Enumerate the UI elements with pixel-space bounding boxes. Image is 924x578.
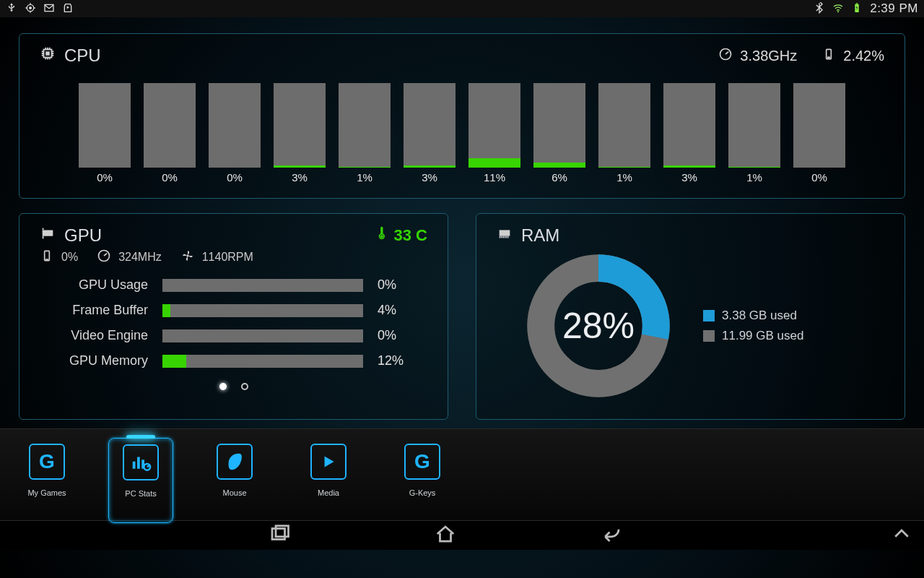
cpu-core-bar: 3%	[663, 83, 715, 184]
bluetooth-icon	[814, 2, 825, 16]
ram-used-label: 3.38 GB used	[722, 309, 797, 323]
nav-label: My Games	[27, 488, 66, 497]
svg-rect-26	[272, 529, 285, 540]
nav-label: Media	[318, 488, 339, 497]
thermometer-icon	[374, 226, 388, 245]
ram-total-label: 11.99 GB used	[722, 329, 803, 343]
svg-rect-22	[133, 462, 136, 469]
gpu-metric-row: Frame Buffer4%	[40, 303, 427, 318]
gpu-metric-row: Video Engine0%	[40, 328, 427, 343]
svg-point-13	[380, 235, 383, 238]
nav-icon	[217, 444, 253, 480]
nav-label: Mouse	[222, 488, 246, 497]
expand-icon[interactable]	[891, 523, 912, 548]
svg-rect-12	[43, 228, 44, 230]
cpu-title: CPU	[64, 46, 101, 66]
legend-swatch-used	[703, 310, 715, 322]
svg-rect-4	[856, 3, 858, 4]
svg-point-17	[186, 254, 188, 256]
cpu-load-value: 2.42%	[843, 48, 884, 64]
load-icon	[40, 249, 54, 266]
cpu-core-bars: 0%0%0%3%1%3%11%6%1%3%1%0%	[40, 83, 884, 184]
cpu-core-bar: 3%	[404, 83, 456, 184]
gpu-clock-value: 324MHz	[118, 251, 162, 264]
ram-title: RAM	[521, 225, 559, 246]
svg-rect-9	[827, 56, 830, 59]
nav-item-g-keys[interactable]: GG-Keys	[390, 444, 455, 497]
cpu-core-bar: 6%	[533, 83, 585, 184]
ram-legend: 3.38 GB used 11.99 GB used	[703, 309, 803, 343]
gpu-panel: GPU 33 C 0% 324MHz 1140RPM GPU Usage0%Fr…	[19, 213, 448, 420]
legend-swatch-total	[703, 330, 715, 342]
nav-item-pc-stats[interactable]: PC Stats	[108, 438, 173, 523]
usb-icon	[6, 2, 17, 16]
gpu-metric-row: GPU Usage0%	[40, 277, 427, 293]
svg-point-0	[29, 7, 32, 9]
gpu-title: GPU	[64, 225, 102, 246]
ram-percent-label: 28%	[523, 250, 674, 402]
main-stage: CPU 3.38GHz 2.42% 0%0%0%3%1%3%11%6%1%3%1…	[0, 17, 924, 423]
gpu-fan-value: 1140RPM	[202, 251, 253, 264]
svg-rect-23	[137, 457, 140, 469]
cpu-panel: CPU 3.38GHz 2.42% 0%0%0%3%1%3%11%6%1%3%1…	[19, 33, 905, 199]
nav-icon: G	[404, 444, 440, 480]
cpu-core-bar: 0%	[209, 83, 261, 184]
gps-icon	[25, 2, 36, 16]
svg-rect-27	[276, 526, 289, 537]
battery-icon	[851, 2, 863, 16]
nav-label: PC Stats	[125, 489, 156, 498]
ram-icon	[497, 225, 513, 246]
svg-rect-15	[45, 259, 48, 260]
back-button[interactable]	[601, 523, 622, 548]
svg-rect-18	[500, 230, 510, 236]
cpu-core-bar: 11%	[468, 83, 520, 184]
gpu-icon	[40, 225, 56, 246]
gpu-metric-row: GPU Memory12%	[40, 353, 427, 368]
recent-apps-button[interactable]	[269, 523, 290, 548]
cpu-core-bar: 1%	[728, 83, 780, 184]
cpu-core-bar: 0%	[79, 83, 131, 184]
svg-rect-10	[43, 230, 53, 236]
home-button[interactable]	[435, 523, 456, 548]
android-status-bar: 2:39 PM	[0, 0, 924, 17]
page-dot-1[interactable]	[219, 383, 227, 390]
wifi-icon	[832, 2, 844, 16]
gauge-icon	[718, 47, 733, 65]
nav-icon: G	[29, 444, 65, 480]
clock-time: 2:39 PM	[870, 1, 918, 16]
mail-icon	[43, 2, 55, 16]
nav-item-media[interactable]: Media	[296, 444, 361, 497]
page-indicator[interactable]	[40, 383, 427, 390]
cpu-load: 2.42%	[821, 47, 884, 65]
store-icon	[62, 2, 74, 16]
android-nav-bar	[0, 521, 924, 550]
nav-item-my-games[interactable]: GMy Games	[14, 444, 79, 497]
nav-item-mouse[interactable]: Mouse	[202, 444, 267, 497]
gpu-metric-bars: GPU Usage0%Frame Buffer4%Video Engine0%G…	[40, 277, 427, 368]
cpu-core-bar: 3%	[274, 83, 326, 184]
cpu-core-bar: 0%	[793, 83, 845, 184]
svg-rect-6	[45, 51, 50, 56]
ram-donut-chart: 28%	[523, 250, 674, 402]
nav-icon	[123, 444, 159, 480]
cpu-core-bar: 1%	[339, 83, 391, 184]
ram-panel: RAM 28% 3.38 GB used 11.99 GB used	[476, 213, 905, 420]
fan-icon	[180, 249, 195, 266]
cpu-core-bar: 1%	[598, 83, 650, 184]
bottom-nav: GMy GamesPC StatsMouseMediaGG-Keys	[0, 428, 924, 521]
cpu-icon	[40, 46, 56, 66]
gauge-icon	[97, 249, 111, 266]
cpu-core-bar: 0%	[144, 83, 196, 184]
page-dot-2[interactable]	[241, 383, 248, 390]
load-icon	[821, 47, 836, 65]
cpu-freq-value: 3.38GHz	[740, 48, 797, 64]
cpu-freq: 3.38GHz	[718, 47, 797, 65]
svg-rect-11	[43, 236, 44, 239]
gpu-temp-value: 33 C	[394, 226, 427, 245]
gpu-load-value: 0%	[61, 251, 78, 264]
svg-point-2	[837, 11, 839, 12]
nav-icon	[310, 444, 346, 480]
nav-label: G-Keys	[409, 488, 436, 497]
